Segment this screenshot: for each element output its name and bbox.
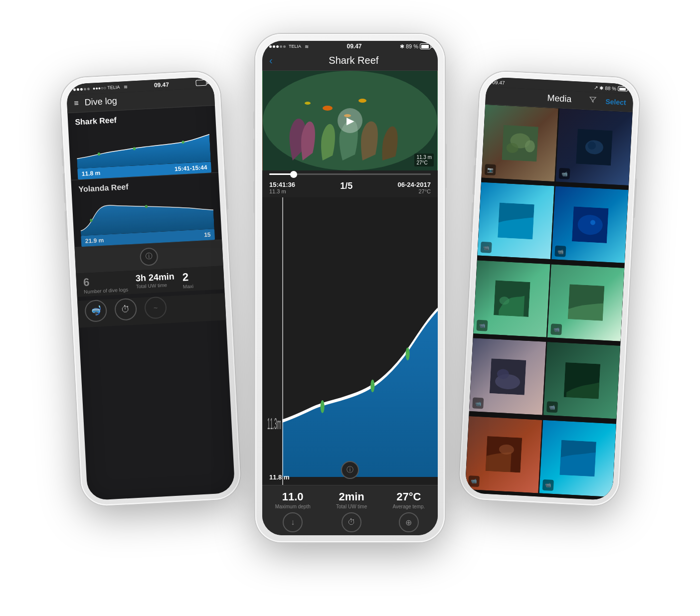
battery-center: ✱ 89 % [400,43,431,50]
thumb-icon-7: 📹 [472,397,484,409]
depth-icon-circle[interactable]: ↓ [283,512,303,532]
phone-right: 09.47 ↗ ✱ 88 % Media [459,70,641,507]
signal-dots-center [269,45,286,48]
phone-left: ●●●○○ TELIA ≋ 09.47 ≡ Dive log [60,70,242,507]
media-thumb-4[interactable]: 📹 [551,186,628,263]
avg-temp-stat: 27°C Average temp. ⊕ [393,490,425,532]
hamburger-icon[interactable]: ≡ [74,99,79,108]
media-thumb-8[interactable]: 📹 [543,342,620,419]
avg-temp-icon[interactable]: ⊕ [393,512,425,532]
thumb-icon-4: 📹 [554,246,566,257]
dive-item-shark-reef[interactable]: Shark Reef [67,106,218,180]
battery-pct-right: 88 % [605,85,616,91]
center-screen: TELIA ≋ 09.47 ✱ 89 % ‹ Shark Ree [262,41,438,535]
svg-point-13 [406,347,410,360]
dive-item-yolanda-reef[interactable]: Yolanda Reef [71,173,222,248]
shark-reef-chart [75,122,211,168]
thumb-icon-10: 📹 [542,479,554,490]
media-thumb-5[interactable]: 📹 [473,260,550,337]
max-label: Maxi [183,284,194,290]
depth-chart-svg: 11.3m [262,197,438,485]
battery-icon-right [618,86,628,92]
clock-icon-circle[interactable]: ⏱ [342,512,361,532]
media-time-info: 15:41:36 11.3 m [269,181,295,194]
carrier-name-center: TELIA [289,44,301,49]
carrier-center: TELIA ≋ [269,44,309,49]
battery-icon-left [195,80,207,86]
thumb-icon-1: 📷 [485,164,496,175]
media-grid: 📷 📹 [465,105,632,500]
thumb-img-8 [563,362,600,399]
thumb-icon-6: 📹 [550,323,562,335]
media-thumb-9[interactable]: 📹 [465,416,542,493]
max-depth-label: Maximum depth [275,504,311,509]
yolanda-reef-chart [79,189,214,236]
media-thumb-3[interactable]: 📹 [477,182,554,259]
media-temp-sub: 27°C [397,188,431,194]
time-left: 09.47 [154,81,170,89]
dive-count-stat: 6 Number of dive logs [83,274,129,295]
media-date: 06-24-2017 [397,181,431,188]
media-depth-sub: 11.3 m [269,188,295,194]
progress-handle[interactable] [290,171,297,178]
detail-header: ‹ Shark Reef [262,52,438,71]
max-depth-icon[interactable]: ↓ [275,512,311,532]
dive-icon-btn[interactable]: 🤿 [84,300,107,322]
right-battery-area: ↗ ✱ 88 % [594,85,628,92]
bt-icon-right: ✱ [599,85,604,90]
media-thumb-7[interactable]: 📹 [469,338,546,415]
info-icon-circle[interactable]: ⓘ [140,247,159,266]
phone-center: TELIA ≋ 09.47 ✱ 89 % ‹ Shark Ree [255,34,445,542]
progress-track[interactable] [269,173,431,175]
depth-icon-btn[interactable]: ~ [144,296,167,319]
time-right: 09.47 [492,79,505,85]
media-info-row: 15:41:36 11.3 m 1/5 06-24-2017 27°C [262,178,438,197]
total-uw-stat: 3h 24min Total UW time [135,272,175,290]
avg-temp-label: Average temp. [393,504,425,509]
progress-bar-container [262,170,438,178]
svg-point-11 [321,400,325,413]
media-thumb-1[interactable]: 📷 [481,105,558,181]
media-thumb-2[interactable]: 📹 [555,109,632,185]
svg-point-10 [305,102,311,105]
video-container[interactable]: ▶ 11.3 m27°C [262,71,438,170]
svg-text:11.3m: 11.3m [267,414,281,432]
max-depth-val: 11.0 [275,490,311,503]
filter-icon[interactable] [588,95,597,106]
funnel-svg [588,95,597,104]
media-actions: Select [581,95,626,107]
thumb-img-5 [494,281,530,317]
shark-reef-depth: 11.8 m [81,169,100,177]
video-placeholder: ▶ [262,71,438,170]
depth-line-indicator [282,197,283,485]
media-thumb-10[interactable]: 📹 [539,420,616,496]
yolanda-reef-depth: 21.9 m [85,237,104,245]
play-button[interactable]: ▶ [338,108,362,133]
wifi-icon-left: ≋ [123,84,128,89]
temp-icon-circle[interactable]: ⊕ [399,512,419,532]
time-center: 09.47 [347,43,361,50]
max-stat: 2 Maxi [182,271,193,290]
time-icon-btn[interactable]: ⏱ [114,298,137,321]
back-button[interactable]: ‹ [269,55,273,66]
scene: ●●●○○ TELIA ≋ 09.47 ≡ Dive log [51,34,649,582]
media-date-info: 06-24-2017 27°C [397,181,431,194]
thumb-img-4 [572,206,609,243]
svg-point-12 [370,379,374,392]
detail-title: Shark Reef [277,55,431,66]
uw-time-stat: 2min Total UW time ⏱ [336,490,367,532]
media-thumb-6[interactable]: 📹 [547,264,624,341]
spacer-right [493,95,537,98]
thumb-img-2 [576,129,613,165]
center-info-circle[interactable]: ⓘ [341,461,359,479]
shark-reef-time: 15:41-15:44 [175,164,207,172]
carrier-name: ●●●○○ TELIA [93,85,120,91]
battery-icon-center [420,43,431,49]
detail-stats: 11.0 Maximum depth ↓ 2min Total UW time … [262,485,438,535]
media-timestamp: 15:41:36 [269,181,295,188]
select-button[interactable]: Select [605,97,626,106]
thumb-icon-8: 📹 [546,401,558,413]
center-status-bar: TELIA ≋ 09.47 ✱ 89 % [262,41,438,52]
uw-time-icon[interactable]: ⏱ [336,512,367,532]
video-depth-overlay: 11.3 m27°C [414,154,434,166]
